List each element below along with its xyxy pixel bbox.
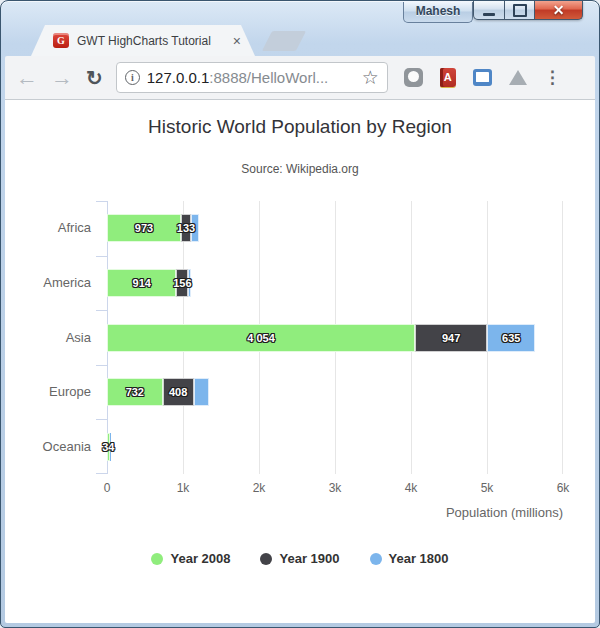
url-path: :8888/HelloWorl... <box>209 69 328 86</box>
category-tick <box>96 365 107 366</box>
bar-row-europe: 732408 <box>107 378 563 406</box>
close-icon: ✕ <box>553 2 565 18</box>
bar-segment-asia-year-1900[interactable]: 947 <box>415 324 487 352</box>
bar-segment-africa-year-2008[interactable]: 973 <box>107 214 181 242</box>
bar-value-label: 34 <box>102 441 114 453</box>
bar-segment-europe-year-1800[interactable] <box>194 378 209 406</box>
bar-value-label: 732 <box>126 386 144 398</box>
extensions-area: A ⋮ <box>404 68 561 87</box>
bar-segment-america-year-1900[interactable]: 156 <box>176 269 188 297</box>
bar-value-label: 133 <box>177 222 195 234</box>
category-label-america: America <box>43 275 91 290</box>
legend-label: Year 1800 <box>389 551 449 566</box>
bar-value-label: 635 <box>502 332 520 344</box>
maximize-button[interactable] <box>505 1 535 20</box>
bar-value-label: 156 <box>173 277 191 289</box>
category-tick <box>96 310 107 311</box>
category-tick <box>96 473 107 474</box>
browser-menu-icon[interactable]: ⋮ <box>544 69 561 86</box>
x-axis-title: Population (millions) <box>107 505 563 520</box>
window-controls: ✕ <box>473 1 583 20</box>
legend-item-year-1900[interactable]: Year 1900 <box>260 551 339 566</box>
legend-label: Year 1900 <box>279 551 339 566</box>
bar-value-label: 914 <box>133 277 151 289</box>
x-tick-label: 4k <box>405 481 418 495</box>
legend-item-year-2008[interactable]: Year 2008 <box>151 551 230 566</box>
x-tick-label: 3k <box>329 481 342 495</box>
bookmark-star-icon[interactable]: ☆ <box>362 68 379 87</box>
bar-segment-america-year-2008[interactable]: 914 <box>107 269 176 297</box>
category-label-asia: Asia <box>66 330 91 345</box>
url-host: 127.0.0.1 <box>147 69 210 86</box>
chart-legend: Year 2008Year 1900Year 1800 <box>5 551 595 566</box>
category-label-oceania: Oceania <box>43 439 91 454</box>
bar-row-oceania: 34 <box>107 433 563 461</box>
bar-value-label: 408 <box>169 386 187 398</box>
x-tick-label: 6k <box>557 481 570 495</box>
bar-segment-africa-year-1900[interactable]: 133 <box>181 214 191 242</box>
titlebar: Mahesh ✕ G GWT HighCharts Tutorial × <box>5 1 595 56</box>
reload-icon[interactable]: ↻ <box>86 68 103 88</box>
bar-segment-europe-year-1900[interactable]: 408 <box>163 378 194 406</box>
tab-close-icon[interactable]: × <box>233 34 241 48</box>
url-text: 127.0.0.1:8888/HelloWorl... <box>147 69 355 86</box>
legend-marker-icon <box>370 553 382 565</box>
close-window-button[interactable]: ✕ <box>535 1 583 20</box>
chart-title: Historic World Population by Region <box>5 116 595 138</box>
bar-value-label: 4 054 <box>247 332 275 344</box>
page-info-icon[interactable]: i <box>125 70 140 85</box>
legend-label: Year 2008 <box>170 551 230 566</box>
bar-row-africa: 973133 <box>107 214 563 242</box>
tab-title: GWT HighCharts Tutorial <box>77 34 225 48</box>
bar-value-label: 947 <box>442 332 460 344</box>
bar-value-label: 973 <box>135 222 153 234</box>
profile-button[interactable]: Mahesh <box>403 2 473 23</box>
bar-segment-europe-year-2008[interactable]: 732 <box>107 378 163 406</box>
page-content: Historic World Population by Region Sour… <box>5 100 595 623</box>
legend-marker-icon <box>151 553 163 565</box>
bar-row-asia: 4 054947635 <box>107 324 563 352</box>
new-tab-button[interactable] <box>262 31 306 51</box>
x-tick-label: 2k <box>253 481 266 495</box>
category-label-africa: Africa <box>58 220 91 235</box>
address-bar[interactable]: i 127.0.0.1:8888/HelloWorl... ☆ <box>116 62 388 93</box>
minimize-button[interactable] <box>473 1 505 20</box>
bar-segment-asia-year-1800[interactable]: 635 <box>487 324 535 352</box>
legend-marker-icon <box>260 553 272 565</box>
browser-tab[interactable]: G GWT HighCharts Tutorial × <box>31 25 255 56</box>
chart-subtitle: Source: Wikipedia.org <box>5 162 595 176</box>
x-tick-label: 1k <box>177 481 190 495</box>
browser-window: Mahesh ✕ G GWT HighCharts Tutorial × ← →… <box>0 0 600 628</box>
x-tick-label: 5k <box>481 481 494 495</box>
category-tick <box>96 419 107 420</box>
maximize-icon <box>513 4 527 17</box>
category-tick <box>96 201 107 202</box>
x-tick-label: 0 <box>104 481 111 495</box>
minimize-icon <box>483 13 495 16</box>
forward-icon[interactable]: → <box>51 67 73 89</box>
extension-files-icon[interactable] <box>473 69 492 86</box>
bar-segment-asia-year-2008[interactable]: 4 054 <box>107 324 415 352</box>
plot-area: Africa973133America914156Asia4 054947635… <box>107 201 563 474</box>
extension-dictionary-icon[interactable]: A <box>440 68 456 87</box>
back-icon[interactable]: ← <box>16 67 38 89</box>
legend-item-year-1800[interactable]: Year 1800 <box>370 551 449 566</box>
extension-moon-icon[interactable] <box>404 68 423 87</box>
drive-icon[interactable] <box>509 70 527 85</box>
browser-toolbar: ← → ↻ i 127.0.0.1:8888/HelloWorl... ☆ A … <box>5 56 595 100</box>
category-tick <box>96 256 107 257</box>
bar-row-america: 914156 <box>107 269 563 297</box>
gwt-favicon-icon: G <box>53 33 69 48</box>
category-label-europe: Europe <box>49 384 91 399</box>
